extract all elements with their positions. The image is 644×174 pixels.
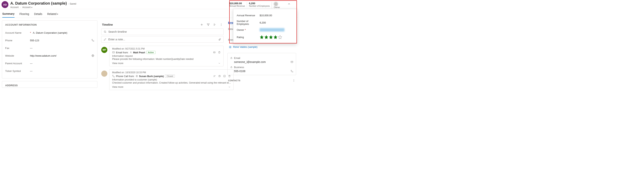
delete-icon[interactable] <box>218 51 221 54</box>
tab-summary[interactable]: Summary <box>2 12 14 18</box>
email-label: Email <box>234 57 240 60</box>
svg-point-4 <box>104 31 106 32</box>
breadcrumb-entity: Account <box>10 6 18 9</box>
metric-employees-label: Number of Employees <box>249 5 270 7</box>
metric-employees-value: 6,200 <box>249 2 270 5</box>
timeline-body: Checked customer and product information… <box>112 81 231 84</box>
view-more-button[interactable]: View more <box>112 62 124 65</box>
add-icon[interactable] <box>200 23 203 26</box>
tab-details[interactable]: Details <box>34 12 42 18</box>
svg-point-14 <box>230 47 230 47</box>
metric-owner[interactable]: Owner <box>272 2 287 9</box>
globe-icon[interactable] <box>92 54 94 57</box>
star-icon[interactable] <box>260 35 264 39</box>
timeline-modified: Modified on: 10/3/2020 10:33 PM <box>112 71 146 74</box>
svg-rect-5 <box>112 52 114 53</box>
section-title: ACCOUNT INFORMATION <box>2 21 97 28</box>
timeline-card[interactable]: Modified on: 10/3/2020 10:33 PM Phone Ca… <box>109 69 234 90</box>
svg-point-3 <box>221 26 222 26</box>
field-website[interactable]: Website http://www.adatum.com/ <box>5 52 94 60</box>
timeline-subject: Information provided to customer (sample… <box>112 78 231 81</box>
metric-revenue-value: $10,000.00 <box>230 2 245 5</box>
field-account-name[interactable]: Account Name * A. Datum Corporation (sam… <box>5 29 94 37</box>
edit-icon <box>104 38 106 41</box>
timeline-person[interactable]: Susan Burk (sample) <box>139 75 164 78</box>
timeline-column: Timeline Search timeline Enter a note... <box>101 21 224 90</box>
send-email-icon[interactable] <box>290 61 293 63</box>
save-state: - Saved <box>68 3 76 5</box>
breadcrumb-form: Account <box>22 6 30 9</box>
flyout-owner-value[interactable] <box>260 28 284 32</box>
timeline-search[interactable]: Search timeline <box>101 29 224 35</box>
contact-icon <box>229 46 232 48</box>
attachment-icon[interactable] <box>218 38 221 41</box>
business-value[interactable]: 555-0108 <box>234 70 245 73</box>
business-label: Business <box>234 66 244 69</box>
contacts-section-label: CONTACTS <box>228 79 240 82</box>
svg-rect-15 <box>231 58 232 59</box>
more-icon[interactable] <box>292 79 295 82</box>
star-icon[interactable] <box>269 35 273 39</box>
contact-icon <box>136 75 138 77</box>
metric-revenue[interactable]: $10,000.00 Annual Revenue <box>228 2 247 7</box>
svg-point-2 <box>221 25 222 25</box>
svg-point-10 <box>214 76 215 76</box>
phone-icon <box>112 75 115 77</box>
required-indicator: * <box>30 31 31 34</box>
owner-avatar <box>274 2 278 6</box>
timeline-kind: Email from: <box>116 51 128 54</box>
header-metrics: $10,000.00 Annual Revenue 6,200 Number o… <box>228 1 296 9</box>
reply-icon[interactable] <box>213 51 216 54</box>
chevron-down-icon[interactable] <box>218 62 221 65</box>
star-icon[interactable] <box>274 35 278 39</box>
sort-icon[interactable] <box>213 23 216 26</box>
avatar: MP <box>101 47 107 53</box>
flyout-employees-value[interactable]: 6,200 <box>260 21 266 24</box>
svg-point-19 <box>294 80 294 81</box>
timeline-item: Modified on: 10/3/2020 10:33 PM Phone Ca… <box>101 69 224 90</box>
flyout-revenue-label: Annual Revenue <box>237 14 260 17</box>
record-header: AD A. Datum Corporation (sample) - Saved… <box>0 0 298 9</box>
field-ticker[interactable]: Ticker Symbol --- <box>5 67 94 75</box>
breadcrumb-separator <box>19 6 22 9</box>
star-icon[interactable] <box>264 35 268 39</box>
timeline-person[interactable]: Matt Peart <box>133 51 145 54</box>
field-phone[interactable]: Phone 555-123 <box>5 37 94 44</box>
more-icon[interactable] <box>220 23 223 26</box>
timeline-card[interactable]: Modified on: 9/27/2021 5:31 PM Email fro… <box>109 46 224 66</box>
email-value[interactable]: someone_i@example.com <box>234 60 266 64</box>
svg-point-9 <box>136 76 137 76</box>
svg-point-6 <box>130 52 131 52</box>
tab-related[interactable]: Related▾ <box>47 12 58 18</box>
view-more-button[interactable]: View more <box>112 86 124 88</box>
svg-point-20 <box>294 81 294 82</box>
phone-icon[interactable] <box>92 39 94 42</box>
section-title: ADDRESS <box>2 81 97 88</box>
field-fax[interactable]: Fax --- <box>5 44 94 52</box>
chevron-down-icon: ▾ <box>57 13 58 15</box>
timeline-item: MP Modified on: 9/27/2021 5:31 PM Email … <box>101 46 224 66</box>
chevron-down-icon: ▾ <box>31 6 32 9</box>
email-icon <box>112 51 115 54</box>
timeline-subject: Information request <box>112 55 221 57</box>
timeline-title: Timeline <box>102 23 113 26</box>
entity-badge: AD <box>2 1 8 8</box>
close-activity-icon[interactable] <box>223 75 226 77</box>
open-icon[interactable] <box>218 75 221 77</box>
field-parent-account[interactable]: Parent Account --- <box>5 60 94 67</box>
contact-details-card: Email someone_i@example.com Business 555… <box>227 53 296 75</box>
metric-employees[interactable]: 6,200 Number of Employees <box>247 2 272 7</box>
rating-stars[interactable] <box>260 35 282 39</box>
assign-icon[interactable] <box>213 75 216 77</box>
breadcrumb[interactable]: Account Account ▾ <box>10 6 76 9</box>
flyout-revenue-value[interactable]: $10,000.00 <box>260 14 272 17</box>
timeline-note-input[interactable]: Enter a note... <box>101 36 224 43</box>
record-title: A. Datum Corporation (sample) <box>10 1 67 6</box>
primary-contact-link[interactable]: Rene Valdes (sample) <box>229 46 296 48</box>
call-icon[interactable] <box>290 70 293 72</box>
star-icon[interactable] <box>278 35 282 39</box>
header-collapse-button[interactable] <box>287 2 291 6</box>
tab-flooring[interactable]: Flooring <box>20 12 29 18</box>
filter-icon[interactable] <box>207 23 210 26</box>
timeline-kind: Phone Call from: <box>116 75 134 78</box>
